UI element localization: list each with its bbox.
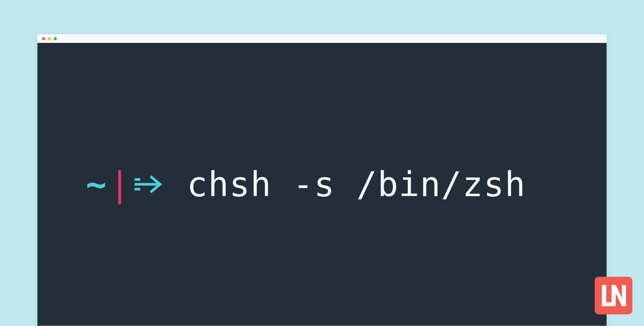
terminal-window: ~ | chsh -s /bin/zsh bbox=[37, 34, 607, 326]
prompt-separator: | bbox=[109, 167, 130, 201]
prompt-cwd: ~ bbox=[86, 167, 106, 201]
close-button[interactable] bbox=[42, 37, 45, 40]
terminal-command: chsh -s /bin/zsh bbox=[187, 167, 526, 201]
terminal-body[interactable]: ~ | chsh -s /bin/zsh bbox=[37, 43, 607, 326]
maximize-button[interactable] bbox=[54, 37, 57, 40]
prompt-arrow-icon bbox=[134, 174, 162, 194]
window-title-bar bbox=[37, 34, 607, 43]
minimize-button[interactable] bbox=[48, 37, 51, 40]
prompt-line: ~ | chsh -s /bin/zsh bbox=[86, 167, 526, 201]
logo-badge bbox=[595, 277, 632, 314]
